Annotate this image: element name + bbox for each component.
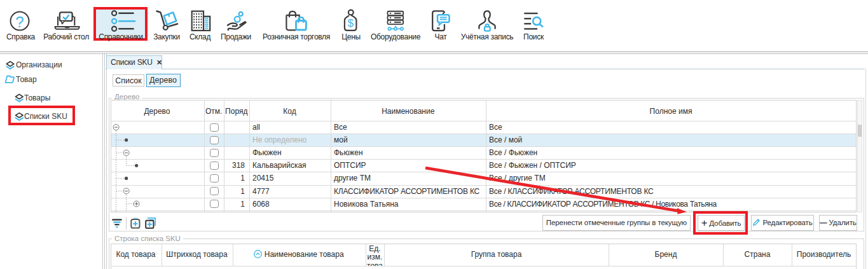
svg-text:$: $ [348,17,354,29]
svg-text:?: ? [15,13,24,31]
